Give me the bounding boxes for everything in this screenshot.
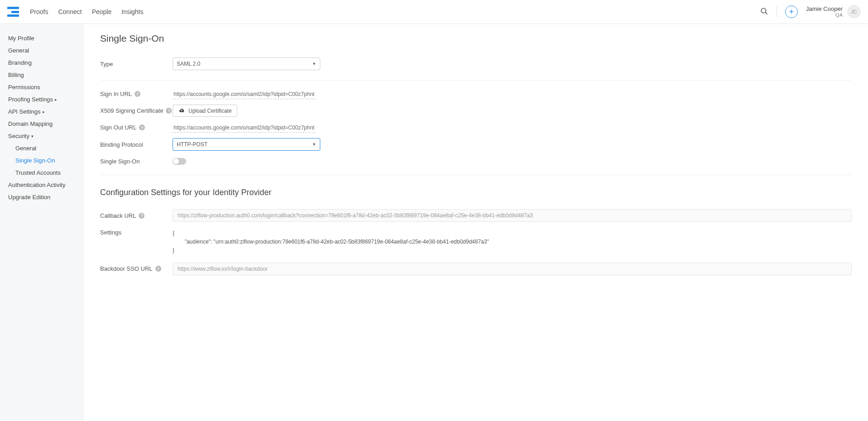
sidebar-item-label: API Settings bbox=[8, 108, 41, 115]
sidebar-item-proofing-settings[interactable]: Proofing Settings ▸ bbox=[8, 93, 83, 105]
help-icon[interactable]: ? bbox=[139, 213, 145, 219]
page-title: Single Sign-On bbox=[100, 33, 852, 44]
callback-label: Callback URL ? bbox=[100, 212, 173, 219]
help-icon[interactable]: ? bbox=[166, 108, 172, 114]
binding-protocol-select[interactable]: HTTP-POST ▼ bbox=[173, 138, 320, 151]
idp-section-title: Configuration Settings for your Identity… bbox=[100, 188, 852, 197]
sidebar-item-general[interactable]: General bbox=[8, 44, 83, 57]
help-icon[interactable]: ? bbox=[135, 91, 140, 97]
divider bbox=[776, 6, 777, 17]
caret-down-icon: ▼ bbox=[312, 142, 316, 147]
upload-certificate-button[interactable]: Upload Certificate bbox=[173, 105, 237, 117]
sidebar-item-security-sso[interactable]: Single Sign-On bbox=[15, 154, 83, 167]
sidebar-item-my-profile[interactable]: My Profile bbox=[8, 32, 83, 44]
sidebar-item-label: Proofing Settings bbox=[8, 96, 53, 103]
header: Proofs Connect People Insights + Jamie C… bbox=[0, 0, 868, 24]
chevron-down-icon: ▾ bbox=[31, 134, 34, 139]
type-select[interactable]: SAML 2.0 ▼ bbox=[173, 57, 320, 70]
divider bbox=[100, 80, 852, 81]
sidebar-item-security-general[interactable]: General bbox=[15, 142, 83, 154]
backdoor-url-field[interactable]: https://www.ziflow.io/#/login-backdoor bbox=[173, 263, 852, 275]
sidebar: My Profile General Branding Billing Perm… bbox=[0, 24, 84, 421]
sidebar-item-api-settings[interactable]: API Settings ▸ bbox=[8, 105, 83, 118]
label-text: Backdoor SSO URL bbox=[100, 265, 153, 272]
signin-label: Sign In URL ? bbox=[100, 91, 173, 97]
sidebar-item-auth-activity[interactable]: Authentication Activity bbox=[8, 179, 83, 191]
sidebar-item-domain-mapping[interactable]: Domain Mapping bbox=[8, 118, 83, 130]
nav: Proofs Connect People Insights bbox=[30, 8, 143, 15]
divider bbox=[100, 175, 852, 175]
user-name: Jamie Cooper bbox=[806, 5, 843, 13]
backdoor-label: Backdoor SSO URL ? bbox=[100, 265, 173, 272]
type-label: Type bbox=[100, 61, 173, 67]
upload-label: Upload Certificate bbox=[188, 108, 231, 114]
x509-label: X509 Signing Certificate ? bbox=[100, 107, 173, 114]
help-icon[interactable]: ? bbox=[139, 124, 145, 130]
callback-url-field[interactable]: https://ziflow-production.auth0.com/logi… bbox=[173, 209, 852, 222]
type-value: SAML 2.0 bbox=[177, 61, 200, 67]
signin-url-input[interactable]: https://accounts.google.com/o/saml2/idp?… bbox=[173, 90, 315, 99]
settings-json: { "audience": "urn:auth0:ziflow-producti… bbox=[173, 229, 852, 255]
sidebar-item-security[interactable]: Security ▾ bbox=[8, 130, 83, 142]
svg-line-1 bbox=[765, 12, 767, 14]
signout-url-input[interactable]: https://accounts.google.com/o/saml2/idp?… bbox=[173, 124, 315, 133]
chevron-right-icon: ▸ bbox=[43, 110, 45, 114]
signout-label: Sign Out URL ? bbox=[100, 124, 173, 131]
sidebar-item-security-trusted[interactable]: Trusted Accounts bbox=[15, 167, 83, 179]
label-text: Sign In URL bbox=[100, 91, 132, 97]
user-menu[interactable]: Jamie Cooper QA JC bbox=[806, 5, 861, 19]
sso-toggle-label: Single Sign-On bbox=[100, 158, 173, 165]
logo[interactable] bbox=[7, 7, 19, 17]
user-role: QA bbox=[806, 12, 843, 18]
main-content: Single Sign-On Type SAML 2.0 ▼ Sign In U… bbox=[84, 24, 868, 421]
sidebar-item-upgrade[interactable]: Upgrade Edition bbox=[8, 191, 83, 203]
chevron-right-icon: ▸ bbox=[55, 97, 57, 102]
search-icon[interactable] bbox=[760, 7, 768, 17]
settings-label: Settings bbox=[100, 229, 173, 236]
caret-down-icon: ▼ bbox=[312, 62, 316, 66]
label-text: Callback URL bbox=[100, 212, 136, 219]
nav-connect[interactable]: Connect bbox=[58, 8, 82, 15]
label-text: X509 Signing Certificate bbox=[100, 107, 163, 114]
label-text: Sign Out URL bbox=[100, 124, 136, 131]
sidebar-item-label: Security bbox=[8, 133, 29, 139]
binding-value: HTTP-POST bbox=[177, 141, 207, 148]
sidebar-item-branding[interactable]: Branding bbox=[8, 57, 83, 69]
sidebar-item-permissions[interactable]: Permissions bbox=[8, 81, 83, 93]
help-icon[interactable]: ? bbox=[155, 266, 161, 272]
sso-toggle[interactable] bbox=[173, 158, 186, 165]
nav-people[interactable]: People bbox=[92, 8, 112, 15]
nav-insights[interactable]: Insights bbox=[121, 8, 143, 15]
cloud-upload-icon bbox=[178, 107, 185, 114]
sidebar-item-billing[interactable]: Billing bbox=[8, 69, 83, 81]
nav-proofs[interactable]: Proofs bbox=[30, 8, 48, 15]
binding-label: Binding Protocol bbox=[100, 141, 173, 148]
toggle-knob bbox=[173, 158, 179, 164]
avatar[interactable]: JC bbox=[847, 5, 861, 19]
add-button[interactable]: + bbox=[785, 5, 798, 18]
svg-point-0 bbox=[761, 8, 766, 13]
